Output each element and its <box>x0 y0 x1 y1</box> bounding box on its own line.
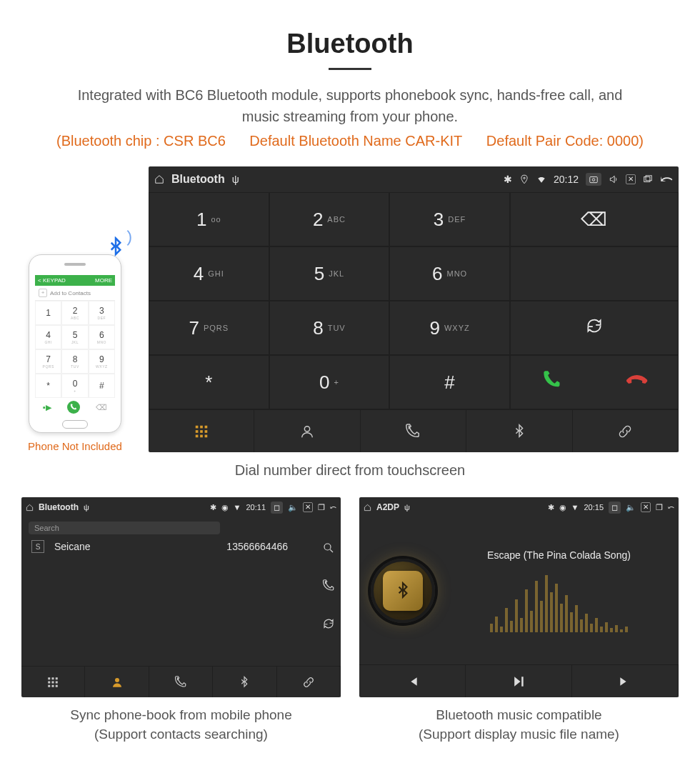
usb-icon: ψ <box>232 174 239 185</box>
dialer-key[interactable]: 5JKL <box>269 246 390 301</box>
recent-icon[interactable]: ❐ <box>656 503 663 512</box>
dialer-caption: Dial number direct from touchscreen <box>21 462 679 479</box>
backspace-icon: ⌫ <box>96 403 107 412</box>
tab-pair[interactable] <box>277 667 341 697</box>
svg-rect-17 <box>52 677 54 679</box>
screenshot-icon[interactable] <box>586 173 601 186</box>
recent-icon[interactable]: ❐ <box>318 503 325 512</box>
svg-rect-18 <box>56 677 58 679</box>
home-icon[interactable] <box>364 504 371 512</box>
phone-key: 3DEF <box>89 301 115 325</box>
call-button[interactable] <box>511 370 594 395</box>
dialer-key[interactable]: * <box>149 355 269 409</box>
tab-recents[interactable] <box>149 667 213 697</box>
spec-pair: Default Pair Code: 0000) <box>486 133 644 149</box>
status-time: 20:11 <box>246 503 266 512</box>
svg-rect-5 <box>195 425 198 428</box>
bluetooth-specs: (Bluetooth chip : CSR BC6 Default Blueto… <box>21 133 679 149</box>
add-to-contacts: Add to Contacts <box>35 286 115 301</box>
prev-button[interactable] <box>359 665 466 697</box>
volume-icon[interactable]: 🔈 <box>288 503 298 512</box>
home-icon[interactable] <box>154 174 164 184</box>
phone-caption: Phone Not Included <box>21 440 129 452</box>
next-button[interactable] <box>572 665 679 697</box>
phone-header-right: MORE <box>95 277 112 284</box>
bt-status-icon: ✱ <box>548 503 554 512</box>
backspace-icon[interactable]: ⌫ <box>581 209 607 231</box>
contacts-caption-2: (Support contacts searching) <box>94 727 268 742</box>
dialer-key[interactable]: 6MNO <box>389 246 510 301</box>
location-icon: ◉ <box>559 503 566 512</box>
dialer-key[interactable]: # <box>389 355 510 409</box>
play-pause-button[interactable] <box>466 665 572 697</box>
svg-rect-10 <box>204 430 207 433</box>
call-icon[interactable] <box>322 579 335 596</box>
tab-keypad[interactable] <box>21 667 85 697</box>
sync-icon[interactable] <box>322 617 335 634</box>
contact-number: 13566664466 <box>226 541 288 552</box>
page-title: Bluetooth <box>21 29 679 59</box>
svg-rect-12 <box>200 434 203 437</box>
dialer-action-cell[interactable] <box>510 355 679 409</box>
volume-icon[interactable]: 🔈 <box>626 503 636 512</box>
phone-key: 4GHI <box>35 325 61 349</box>
track-title: Escape (The Pina Colada Song) <box>451 549 667 561</box>
back-icon[interactable]: ⤺ <box>660 170 673 189</box>
dialer-key[interactable]: 3DEF <box>389 192 510 246</box>
home-icon[interactable] <box>26 504 34 512</box>
tab-contacts[interactable] <box>85 667 149 697</box>
location-icon: ◉ <box>221 503 229 512</box>
phone-key: * <box>35 374 61 398</box>
spec-chip: (Bluetooth chip : CSR BC6 <box>56 133 226 149</box>
bt-status-icon: ✱ <box>210 503 216 512</box>
svg-rect-24 <box>56 684 58 687</box>
svg-rect-22 <box>48 684 50 687</box>
tab-contacts[interactable] <box>254 410 360 452</box>
svg-rect-8 <box>195 430 198 433</box>
dialer-action-cell[interactable]: ⌫ <box>510 192 679 246</box>
svg-rect-9 <box>200 430 203 433</box>
usb-icon: ψ <box>404 503 410 512</box>
redial-icon[interactable] <box>585 316 604 340</box>
phone-header-left: < KEYPAD <box>38 277 66 284</box>
back-icon[interactable]: ⤺ <box>668 503 674 512</box>
wifi-icon: ▼ <box>571 503 579 512</box>
search-icon[interactable] <box>322 542 335 558</box>
svg-rect-13 <box>204 434 207 437</box>
volume-icon[interactable] <box>609 174 619 184</box>
call-button <box>67 401 80 414</box>
svg-rect-21 <box>56 681 58 683</box>
recent-icon[interactable] <box>643 174 653 184</box>
search-input[interactable]: Search <box>29 522 220 534</box>
dialer-key[interactable]: 7PQRS <box>149 301 269 355</box>
location-icon <box>519 174 529 184</box>
dialer-action-cell[interactable] <box>510 301 679 355</box>
back-icon[interactable]: ⤺ <box>330 503 336 512</box>
close-app-icon[interactable]: ✕ <box>626 174 636 184</box>
contact-name: Seicane <box>54 541 91 552</box>
screenshot-icon[interactable]: ◻ <box>609 502 621 514</box>
tab-bluetooth[interactable] <box>466 410 572 452</box>
dialer-key[interactable]: 1oo <box>149 192 269 246</box>
phone-mockup: < KEYPAD MORE Add to Contacts 12ABC3DEF4… <box>29 254 121 433</box>
status-time: 20:12 <box>554 174 579 185</box>
svg-point-0 <box>524 177 525 179</box>
dialer-key[interactable]: 8TUV <box>269 301 390 355</box>
equalizer <box>451 575 667 632</box>
tab-bluetooth[interactable] <box>213 667 276 697</box>
dialer-panel: Bluetooth ψ ✱ 20:12 ✕ ⤺ 1oo2ABC3DEF⌫4GHI… <box>149 166 679 452</box>
dialer-key[interactable]: 4GHI <box>149 246 269 301</box>
screenshot-icon[interactable]: ◻ <box>271 502 283 514</box>
tab-keypad[interactable] <box>149 410 254 452</box>
contact-row[interactable]: S Seicane 13566664466 <box>21 534 341 559</box>
dialer-key[interactable]: 9WXYZ <box>389 301 510 355</box>
dialer-key[interactable]: 2ABC <box>269 192 390 246</box>
tab-recents[interactable] <box>361 410 466 452</box>
close-app-icon[interactable]: ✕ <box>303 502 313 512</box>
end-call-button[interactable] <box>594 370 678 395</box>
phone-key: 9WXYZ <box>89 349 115 374</box>
dialer-key[interactable]: 0+ <box>269 355 390 409</box>
wifi-icon <box>536 174 546 184</box>
close-app-icon[interactable]: ✕ <box>641 502 651 512</box>
tab-pair[interactable] <box>573 410 679 452</box>
